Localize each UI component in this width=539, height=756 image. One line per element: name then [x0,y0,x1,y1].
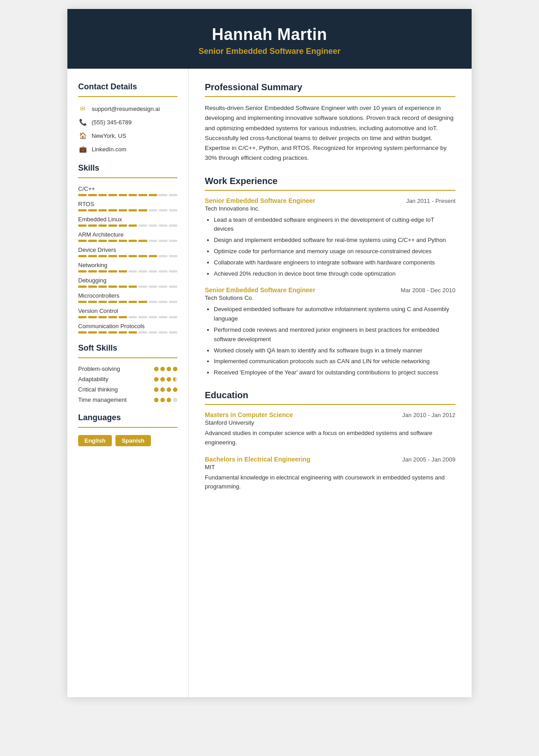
education-entry: Masters in Computer ScienceJan 2010 - Ja… [205,411,455,448]
skill-bar-segment [78,255,87,257]
job-bullet: Lead a team of embedded software enginee… [214,215,455,234]
skill-bar-segment [119,331,127,334]
skill-bar-segment [119,316,127,318]
resume-header: Hannah Martin Senior Embedded Software E… [67,9,472,69]
language-tag: Spanish [115,435,151,446]
skill-bar-segment [78,270,87,273]
job-bullet: Collaborate with hardware engineers to i… [214,258,455,268]
soft-skill-name: Time management [78,396,127,403]
skill-bar [78,194,177,196]
skill-bar-segment [128,286,137,288]
soft-skill-dot [167,387,171,392]
edu-school: MIT [205,464,455,470]
skill-bar [78,316,177,318]
job-bullet: Developed embedded software for automoti… [214,305,455,324]
languages-divider [78,427,177,428]
skill-bar-segment [98,240,107,242]
skill-bar-segment [159,240,167,242]
job-dates: Jan 2011 - Present [406,198,455,204]
skill-name: Device Drivers [78,246,177,253]
job-company: Tech Solutions Co. [205,294,455,301]
skill-bar-segment [159,286,167,288]
skill-bar-segment [88,331,97,334]
skill-bar-segment [149,286,157,288]
skill-bar-segment [78,240,87,242]
job-bullet: Performed code reviews and mentored juni… [214,325,455,344]
soft-skill-dots [154,398,177,402]
contact-section-title: Contact Details [78,82,177,92]
skill-name: Communication Protocols [78,323,177,330]
skill-bar-segment [98,270,107,273]
job-bullets: Developed embedded software for automoti… [205,305,455,378]
edu-description: Advanced studies in computer science wit… [205,429,455,448]
edu-dates: Jan 2005 - Jan 2009 [402,456,455,463]
skill-name: Version Control [78,308,177,314]
skill-bar-segment [169,301,177,303]
job-entry: Senior Embedded Software EngineerJan 201… [205,197,455,279]
job-bullet: Optimize code for performance and memory… [214,247,455,256]
location-icon: 🏠 [78,131,87,140]
summary-title: Professional Summary [205,82,455,92]
skill-bar [78,286,177,288]
skill-bar-segment [138,331,147,334]
skill-bar-segment [98,255,107,257]
skill-bar-segment [119,224,127,227]
skill-bar-segment [88,240,97,242]
skill-bar-segment [169,224,177,227]
skill-bar-segment [108,224,117,227]
sidebar: Contact Details ✉ support@resumedesign.a… [67,69,189,697]
skill-bar-segment [169,255,177,257]
skill-bar-segment [149,301,157,303]
contact-section: Contact Details ✉ support@resumedesign.a… [78,82,177,154]
skill-bar-segment [128,194,137,196]
skill-item: ARM Architecture [78,231,177,242]
skill-bar-segment [88,224,97,227]
skill-bar-segment [108,286,117,288]
skill-bar-segment [159,316,167,318]
skill-bar-segment [138,286,147,288]
skill-bar-segment [138,224,147,227]
skill-bar-segment [88,301,97,303]
skill-bar-segment [78,194,87,196]
skill-bar-segment [98,224,107,227]
skill-bar-segment [149,224,157,227]
skill-bar-segment [169,316,177,318]
job-bullet: Implemented communication protocols such… [214,357,455,366]
skill-bar [78,331,177,334]
skill-bar-segment [138,301,147,303]
skill-bar [78,209,177,211]
skill-bar-segment [128,255,137,257]
soft-skills-list: Problem-solvingAdaptabilityCritical thin… [78,365,177,403]
skill-name: RTOS [78,201,177,207]
skill-bar-segment [119,286,127,288]
soft-skill-name: Problem-solving [78,365,120,372]
skill-bar-segment [119,255,127,257]
skill-item: Embedded Linux [78,216,177,227]
skill-bar-segment [108,194,117,196]
skill-bar-segment [149,316,157,318]
contact-linkedin: 💼 LinkedIn.com [78,145,177,154]
skill-bar-segment [169,194,177,196]
skill-bar-segment [149,209,157,211]
edu-degree: Bachelors in Electrical Engineering [205,456,310,463]
skill-bar-segment [149,331,157,334]
skill-bar-segment [169,240,177,242]
skill-bar-segment [138,209,147,211]
skill-name: ARM Architecture [78,231,177,238]
skill-name: Debugging [78,277,177,284]
summary-text: Results-driven Senior Embedded Software … [205,103,455,163]
skill-bar-segment [138,316,147,318]
skill-bar-segment [149,240,157,242]
skill-name: Embedded Linux [78,216,177,223]
job-dates: Mar 2008 - Dec 2010 [401,287,455,294]
skill-bar-segment [159,270,167,273]
skill-bar-segment [159,255,167,257]
contact-divider [78,96,177,97]
skill-bar-segment [98,316,107,318]
job-header: Senior Embedded Software EngineerMar 200… [205,286,455,294]
skill-bar-segment [159,209,167,211]
skill-bar-segment [108,209,117,211]
resume-document: Hannah Martin Senior Embedded Software E… [67,9,472,697]
skill-bar-segment [78,316,87,318]
skill-bar-segment [98,209,107,211]
